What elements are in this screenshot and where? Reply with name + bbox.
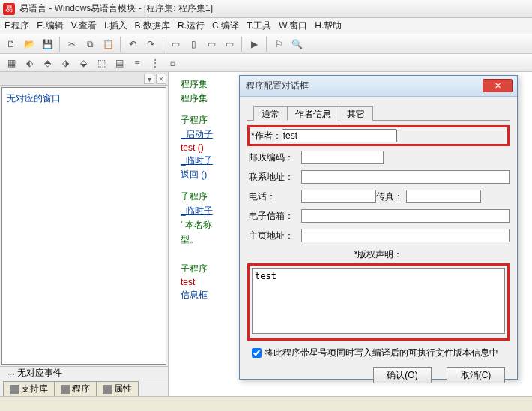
program-config-dialog: 程序配置对话框 ✕ 通常 作者信息 其它 *作者： 邮政编码： 联系地址： 电话… [239, 75, 518, 380]
book-icon [10, 385, 19, 394]
copy-icon[interactable]: ⧉ [82, 36, 98, 52]
label-author: *作者： [251, 130, 282, 142]
menu-window[interactable]: W.窗口 [279, 20, 307, 32]
menu-bar: F.程序 E.编辑 V.查看 I.插入 B.数据库 R.运行 C.编译 T.工具… [0, 18, 532, 34]
author-field[interactable] [282, 129, 397, 142]
toolbar-align: ▦ ⬖ ⬘ ⬗ ⬙ ⬚ ▤ ≡ ⋮ ⧈ [0, 54, 532, 72]
new-file-icon[interactable]: 🗋 [3, 36, 19, 52]
menu-edit[interactable]: E.编辑 [37, 20, 63, 32]
layout3-icon[interactable]: ▭ [203, 36, 220, 52]
write-version-checkbox[interactable] [252, 348, 262, 358]
author-row-highlight: *作者： [247, 125, 510, 146]
align-top-icon[interactable]: ⬙ [75, 55, 91, 71]
tab-program[interactable]: 程序 [54, 381, 97, 396]
app-icon: 易 [3, 3, 15, 15]
open-file-icon[interactable]: 📂 [21, 36, 37, 52]
left-panel-controls: ▾ × [0, 72, 168, 86]
find-icon[interactable]: 🔍 [288, 36, 305, 52]
align-mid-icon[interactable]: ⬚ [93, 55, 109, 71]
tab-author-info[interactable]: 作者信息 [287, 106, 339, 121]
copyright-textarea[interactable] [252, 268, 505, 334]
ok-button[interactable]: 确认(O) [373, 367, 432, 383]
cut-icon[interactable]: ✂ [64, 36, 80, 52]
menu-help[interactable]: H.帮助 [315, 20, 342, 32]
layout4-icon[interactable]: ▭ [221, 36, 238, 52]
tab-properties[interactable]: 属性 [96, 381, 139, 396]
menu-run[interactable]: R.运行 [178, 20, 205, 32]
align-right-icon[interactable]: ⬗ [57, 55, 73, 71]
save-icon[interactable]: 💾 [39, 36, 55, 52]
menu-tools[interactable]: T.工具 [247, 20, 271, 32]
menu-view[interactable]: V.查看 [71, 20, 97, 32]
window-tree[interactable]: 无对应的窗口 [1, 87, 166, 364]
status-bar [0, 396, 532, 411]
tab-other[interactable]: 其它 [339, 106, 373, 121]
label-address: 联系地址： [247, 171, 301, 184]
label-fax: 传真： [376, 190, 406, 203]
size-icon[interactable]: ⧈ [165, 55, 181, 71]
panel-pin-icon[interactable]: ▾ [144, 74, 154, 84]
dialog-tabs: 通常 作者信息 其它 [247, 104, 510, 121]
label-zip: 邮政编码： [247, 152, 301, 164]
panel-close-icon[interactable]: × [156, 74, 166, 84]
title-bar: 易 易语言 - Windows易语言模块 - [程序集: 程序集1] [0, 0, 532, 18]
redo-icon[interactable]: ↷ [142, 36, 159, 52]
left-panel: ▾ × 无对应的窗口 ··· 无对应事件 支持库 程序 属性 [0, 72, 169, 396]
tab-support-lib[interactable]: 支持库 [3, 381, 55, 396]
undo-icon[interactable]: ↶ [124, 36, 141, 52]
toolbar-main: 🗋 📂 💾 ✂ ⧉ 📋 ↶ ↷ ▭ ▯ ▭ ▭ ▶ ⚐ 🔍 [0, 34, 532, 54]
close-icon[interactable]: ✕ [483, 79, 513, 92]
props-icon [103, 385, 112, 394]
bottom-tabs: 支持库 程序 属性 [0, 380, 168, 396]
copyright-highlight [247, 263, 510, 340]
dist-h-icon[interactable]: ≡ [129, 55, 145, 71]
layout1-icon[interactable]: ▭ [167, 36, 184, 52]
align-center-icon[interactable]: ⬘ [39, 55, 55, 71]
align-left-icon[interactable]: ⬖ [21, 55, 37, 71]
phone-field[interactable] [301, 190, 376, 203]
event-label: 无对应事件 [17, 367, 62, 380]
checkbox-label: 将此程序带星号项同时写入编译后的可执行文件版本信息中 [265, 346, 498, 359]
run-icon[interactable]: ▶ [246, 36, 262, 52]
flag-icon[interactable]: ⚐ [270, 36, 287, 52]
label-email: 电子信箱： [247, 210, 301, 223]
homepage-field[interactable] [301, 229, 510, 242]
address-field[interactable] [301, 170, 510, 184]
tab-general[interactable]: 通常 [253, 106, 288, 121]
dialog-title-text: 程序配置对话框 [246, 80, 309, 92]
tree-text: 无对应的窗口 [7, 93, 61, 104]
menu-program[interactable]: F.程序 [4, 20, 29, 32]
dist-v-icon[interactable]: ⋮ [147, 55, 163, 71]
menu-compile[interactable]: C.编译 [212, 20, 239, 32]
grid-icon[interactable]: ▦ [3, 55, 19, 71]
cancel-button[interactable]: 取消(C) [447, 367, 505, 383]
align-bot-icon[interactable]: ▤ [111, 55, 127, 71]
email-field[interactable] [301, 209, 510, 223]
layout2-icon[interactable]: ▯ [185, 36, 202, 52]
label-phone: 电话： [247, 190, 301, 203]
label-homepage: 主页地址： [247, 230, 301, 242]
menu-database[interactable]: B.数据库 [135, 20, 170, 32]
dialog-titlebar[interactable]: 程序配置对话框 ✕ [240, 76, 517, 97]
list-icon [61, 385, 70, 394]
paste-icon[interactable]: 📋 [100, 36, 116, 52]
event-selector[interactable]: ··· 无对应事件 [0, 366, 168, 380]
menu-insert[interactable]: I.插入 [104, 20, 127, 32]
title-text: 易语言 - Windows易语言模块 - [程序集: 程序集1] [19, 2, 213, 15]
zip-field[interactable] [301, 151, 384, 164]
label-copyright: *版权声明： [247, 248, 510, 261]
fax-field[interactable] [406, 190, 481, 203]
